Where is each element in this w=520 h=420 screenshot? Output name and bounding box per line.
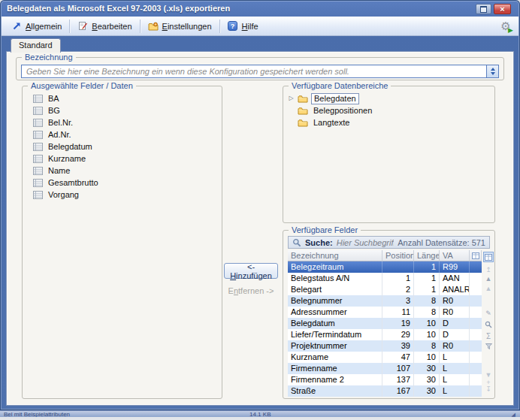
table-row[interactable]: Adressnummer118R0 (288, 307, 482, 318)
data-areas-group: Verfügbare Datenbereiche ▷BelegdatenBele… (283, 86, 495, 223)
expander-icon[interactable]: ▷ (288, 92, 295, 104)
search-bar[interactable]: Suche: Hier Suchbegriff eingebe Anzahl D… (288, 236, 490, 249)
edit-icon[interactable]: ✎ (483, 309, 494, 318)
toolbar-button-bearbeiten[interactable]: Bearbeiten (72, 20, 137, 33)
list-item-label: Belegdatum (48, 142, 92, 151)
scroll-bottom-icon[interactable]: ↧ (483, 385, 494, 394)
list-item[interactable]: Vorgang (26, 189, 219, 201)
table-field-icon (33, 131, 43, 139)
tree-item-label: Langtexte (311, 118, 352, 128)
table-cell-position: 11 (382, 307, 414, 318)
background-status-bar: Bel mit Beispielattributen 14.1 KB ◢ (0, 410, 520, 417)
table-row[interactable]: Kurzname4710L (288, 352, 482, 363)
list-item-label: Kurzname (48, 154, 86, 163)
toolbar-button-allgemein[interactable]: Allgemein (6, 20, 67, 33)
table-cell-position: 1 (382, 273, 414, 284)
column-header[interactable]: Länge (414, 250, 440, 261)
table-row[interactable]: Belegzeitraum1R99 (288, 261, 482, 273)
list-item-label: Bel.Nr. (48, 118, 73, 127)
bezeichnung-combo[interactable]: Geben Sie hier eine Bezeichnung ein wenn… (21, 65, 499, 78)
toolbar-button-hilfe[interactable]: ? Hilfe (222, 20, 264, 33)
table-cell-laenge: 1 (414, 284, 440, 295)
combo-spinner[interactable] (486, 65, 498, 77)
table-cell-va: D (440, 318, 470, 329)
table-row[interactable]: Straße16730L (288, 385, 482, 397)
list-item[interactable]: Bel.Nr. (26, 116, 219, 128)
table-cell-name: Adressnummer (288, 307, 382, 318)
table-cell-va: R0 (440, 295, 470, 307)
column-chooser-button[interactable] (470, 250, 482, 261)
table-row[interactable]: Belegart21ANALRGI (288, 284, 482, 295)
column-chooser-icon[interactable] (483, 252, 494, 262)
help-icon: ? (228, 21, 238, 32)
resize-grip-icon: ◢ (512, 411, 515, 417)
list-item[interactable]: Name (26, 165, 219, 177)
spinner-up-icon (491, 68, 495, 71)
table-row[interactable]: Firmenname10730L (288, 363, 482, 374)
table-cell-laenge: 30 (414, 374, 440, 385)
data-areas-tree: ▷BelegdatenBelegpositionenLangtexte (288, 92, 491, 219)
column-header[interactable]: VA (440, 250, 470, 261)
table-cell-position: 47 (382, 352, 414, 363)
list-item[interactable]: Kurzname (26, 153, 219, 165)
toolbar-button-einstellungen[interactable]: Einstellungen (143, 20, 217, 33)
table-cell-name: Projektnummer (288, 340, 382, 352)
page-up-icon[interactable]: ▲ (483, 284, 494, 293)
table-row[interactable]: Firmenname 213730L (288, 374, 482, 385)
export-dialog-window: Belegdaten als Microsoft Excel 97-2003 (… (0, 0, 520, 410)
table-cell-name: Firmenname (288, 363, 382, 374)
add-button[interactable]: <- Hinzufügen (224, 263, 278, 279)
scroll-up-icon[interactable]: ▲ (483, 274, 494, 283)
search-icon (292, 238, 301, 247)
list-item[interactable]: Gesamtbrutto (26, 177, 219, 189)
arrow-up-right-icon (11, 21, 22, 32)
tree-item[interactable]: Belegpositionen (288, 104, 491, 116)
selected-fields-list: BABGBel.Nr.Ad.Nr.BelegdatumKurznameNameG… (26, 92, 219, 395)
list-item[interactable]: BG (26, 104, 219, 116)
list-item[interactable]: BA (26, 92, 219, 104)
titlebar[interactable]: Belegdaten als Microsoft Excel 97-2003 (… (2, 2, 518, 17)
table-field-icon (33, 155, 43, 163)
table-cell-va: R99 (440, 261, 470, 273)
table-cell-va: D (440, 329, 470, 340)
export-run-button[interactable]: ⚙ ▶ (497, 19, 514, 34)
tree-item-label: Belegpositionen (311, 106, 374, 116)
tree-item[interactable]: ▷Belegdaten (288, 92, 491, 104)
scroll-top-icon[interactable]: ↥ (483, 265, 494, 274)
table-row[interactable]: Projektnummer398R0 (288, 340, 482, 352)
table-row[interactable]: Liefer/Termindatum2910D (288, 329, 482, 340)
tab-page-standard: Bezeichnung Geben Sie hier eine Bezeichn… (6, 51, 514, 406)
table-field-icon (33, 107, 43, 115)
remove-button[interactable]: Entfernen -> (215, 286, 287, 297)
bezeichnung-group-title: Bezeichnung (22, 53, 76, 62)
list-item[interactable]: Belegdatum (26, 141, 219, 153)
settings-folder-icon (148, 21, 159, 32)
selected-fields-group: Ausgewählte Felder / Daten BABGBel.Nr.Ad… (22, 86, 222, 399)
sum-icon[interactable]: ∑ (483, 331, 494, 340)
close-button[interactable]: × (494, 4, 511, 14)
table-row[interactable]: Belegdatum1910D (288, 318, 482, 329)
list-item-label: Ad.Nr. (48, 130, 71, 139)
search-label: Suche: (305, 238, 333, 247)
toolbar-label-hilfe: Hilfe (242, 22, 258, 31)
column-header[interactable]: Position (382, 250, 414, 261)
toolbar-separator (219, 20, 220, 33)
table-cell-laenge: 30 (414, 363, 440, 374)
column-header[interactable]: Bezeichnung (288, 250, 382, 261)
list-item[interactable]: Ad.Nr. (26, 128, 219, 141)
table-row[interactable]: Belegstatus A/N11AAN (288, 273, 482, 284)
table-cell-laenge: 1 (414, 273, 440, 284)
table-cell-name: Belegstatus A/N (288, 273, 382, 284)
tab-standard[interactable]: Standard (11, 38, 61, 53)
search-icon[interactable] (483, 320, 494, 329)
table-cell-position: 3 (382, 295, 414, 307)
fields-table: BezeichnungPositionLängeVABelegzeitraum1… (288, 250, 482, 397)
table-row[interactable]: Belegnummer38R0 (288, 295, 482, 307)
table-cell-position: 39 (382, 340, 414, 352)
available-fields-group-title: Verfügbare Felder (289, 225, 361, 235)
tree-item[interactable]: Langtexte (288, 116, 491, 128)
bezeichnung-placeholder: Geben Sie hier eine Bezeichnung ein wenn… (22, 67, 349, 76)
filter-icon[interactable] (483, 342, 494, 351)
table-cell-name: Firmenname 2 (288, 374, 382, 385)
restore-button[interactable] (476, 4, 491, 14)
